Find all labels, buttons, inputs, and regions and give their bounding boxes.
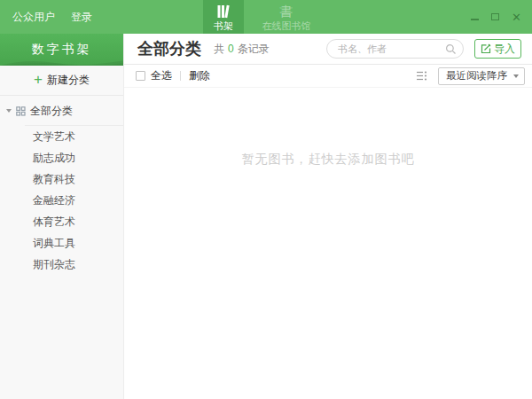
banner-wave-decoration <box>0 58 123 66</box>
main-panel: 全部分类 共 0 条记录 <box>124 34 532 399</box>
tree-root-label: 全部分类 <box>30 104 73 119</box>
tab-online-library[interactable]: 書 在线图书馆 <box>244 0 329 34</box>
new-category-button[interactable]: + 新建分类 <box>0 66 123 95</box>
caret-down-icon[interactable] <box>6 109 12 113</box>
tree-item-category-dictionary[interactable]: 词典工具 <box>0 233 123 254</box>
toolbar-divider <box>180 71 181 81</box>
tree-item-category-education[interactable]: 教育科技 <box>0 169 123 190</box>
tree-item-category-sports[interactable]: 体育艺术 <box>0 212 123 232</box>
bookshelf-icon <box>215 4 232 19</box>
list-view-icon[interactable] <box>416 71 427 81</box>
record-count: 共 0 条记录 <box>214 42 270 57</box>
new-category-label: 新建分类 <box>47 73 90 88</box>
record-count-suffix: 条记录 <box>238 42 270 57</box>
search-input[interactable] <box>327 40 463 58</box>
category-grid-icon <box>16 106 26 116</box>
sort-order-dropdown[interactable]: 最近阅读降序 <box>438 67 525 85</box>
main-header: 全部分类 共 0 条记录 <box>124 34 532 65</box>
tab-online-library-label: 在线图书馆 <box>262 20 311 33</box>
sidebar: 数字书架 + 新建分类 <box>0 34 124 399</box>
tab-bookshelf-label: 书架 <box>214 20 233 33</box>
minimize-icon[interactable] <box>471 19 479 20</box>
tree-item-category-literature[interactable]: 文学艺术 <box>0 127 123 147</box>
window-controls: ✕ <box>471 0 521 34</box>
tree-item-all-categories[interactable]: 全部分类 <box>0 101 123 121</box>
tree-divider <box>25 125 123 126</box>
page-title: 全部分类 <box>137 38 201 59</box>
delete-button[interactable]: 删除 <box>189 68 210 83</box>
tree-item-category-finance[interactable]: 金融经济 <box>0 191 123 211</box>
search-icon[interactable] <box>445 43 457 55</box>
maximize-icon[interactable] <box>491 13 499 20</box>
online-library-icon: 書 <box>280 4 293 19</box>
sort-order-label: 最近阅读降序 <box>446 69 507 82</box>
tree-item-category-journals[interactable]: 期刊杂志 <box>0 254 123 275</box>
record-count-prefix: 共 <box>214 42 224 57</box>
dropdown-caret-icon <box>513 74 519 78</box>
close-icon[interactable]: ✕ <box>512 12 521 23</box>
tab-bookshelf[interactable]: 书架 <box>203 0 244 34</box>
import-button[interactable]: 导入 <box>474 39 521 59</box>
import-label: 导入 <box>494 42 515 57</box>
list-toolbar: 全选 删除 <box>124 65 532 88</box>
select-all-label[interactable]: 全选 <box>151 68 172 83</box>
search-box <box>326 39 464 59</box>
main-tabs: 书架 書 在线图书馆 <box>0 0 532 34</box>
app-title: 数字书架 <box>32 42 92 58</box>
titlebar: 公众用户 登录 书架 書 在线图书馆 ✕ <box>0 0 532 34</box>
content-area: 数字书架 + 新建分类 <box>0 34 532 399</box>
record-count-value: 0 <box>228 43 234 55</box>
import-icon <box>481 43 491 54</box>
empty-state-message: 暂无图书，赶快去添加图书吧 <box>124 152 532 168</box>
tree-item-category-inspiration[interactable]: 励志成功 <box>0 148 123 168</box>
app-title-banner: 数字书架 <box>0 34 123 66</box>
sidebar-divider <box>0 95 123 96</box>
plus-icon: + <box>34 72 43 87</box>
app-window: 公众用户 登录 书架 書 在线图书馆 ✕ <box>0 0 532 399</box>
select-all-checkbox[interactable] <box>136 71 145 81</box>
